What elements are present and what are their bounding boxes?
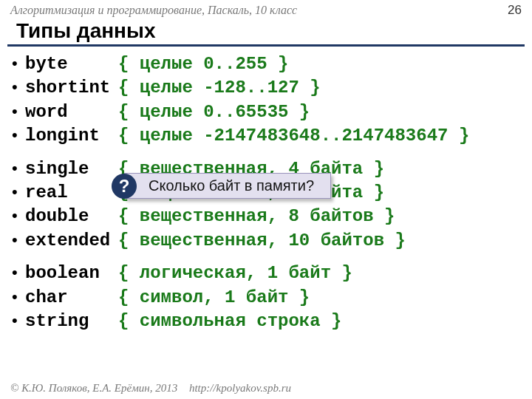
type-name: boolean [25,262,118,285]
bullet-icon: • [12,124,25,146]
type-name: char [25,286,118,310]
list-item: • word { целые 0..65535 } [12,100,528,124]
bullet-icon: • [12,157,25,180]
question-popup: ? Сколько байт в памяти? [124,173,331,199]
type-comment: { целые -128..127 } [118,76,321,100]
page-number: 26 [508,3,522,18]
type-name: real [25,181,118,205]
type-name: string [25,310,118,333]
type-comment: { вещественная, 8 байтов } [118,205,395,228]
type-name: byte [25,52,118,76]
list-item: • string { символьная строка } [12,310,528,333]
title-underline [7,44,525,47]
copyright-text: © К.Ю. Поляков, Е.А. Ерёмин, 2013 [10,382,177,394]
type-group-other: • boolean { логическая, 1 байт } • char … [12,262,528,333]
bullet-icon: • [12,262,25,284]
footer: © К.Ю. Поляков, Е.А. Ерёмин, 2013 http:/… [10,382,291,395]
question-mark-icon: ? [112,174,137,199]
type-comment: { целые 0..255 } [118,52,288,76]
footer-url: http://kpolyakov.spb.ru [189,382,291,394]
page-title: Типы данных [0,19,532,44]
bullet-icon: • [12,205,25,227]
type-name: double [25,205,118,228]
bullet-icon: • [12,181,25,203]
header-bar: Алгоритмизация и программирование, Паска… [0,0,532,19]
list-item: • longint { целые -2147483648..214748364… [12,124,528,148]
type-name: longint [25,124,118,148]
bullet-icon: • [12,76,25,98]
list-item: • boolean { логическая, 1 байт } [12,262,528,285]
type-name: word [25,100,118,124]
bullet-icon: • [12,310,25,332]
type-comment: { вещественная, 10 байтов } [118,229,406,253]
list-item: • byte { целые 0..255 } [12,52,528,76]
type-name: shortint [25,76,118,100]
list-item: • char { символ, 1 байт } [12,286,528,310]
type-comment: { целые -2147483648..2147483647 } [118,124,469,148]
type-comment: { символ, 1 байт } [118,286,310,310]
type-name: extended [25,229,118,253]
subject-text: Алгоритмизация и программирование, Паска… [10,4,297,17]
list-item: • double { вещественная, 8 байтов } [12,205,528,228]
type-group-integer: • byte { целые 0..255 } • shortint { цел… [12,52,528,149]
bullet-icon: • [12,229,25,251]
list-item: • shortint { целые -128..127 } [12,76,528,100]
type-name: single [25,157,118,181]
popup-text: Сколько байт в памяти? [149,177,314,194]
type-group-real: • single { вещественная, 4 байта } • rea… [12,157,528,253]
bullet-icon: • [12,286,25,308]
type-comment: { логическая, 1 байт } [118,262,352,285]
type-comment: { целые 0..65535 } [118,100,310,124]
bullet-icon: • [12,52,25,75]
type-comment: { символьная строка } [118,310,341,333]
list-item: • extended { вещественная, 10 байтов } [12,229,528,253]
bullet-icon: • [12,100,25,123]
